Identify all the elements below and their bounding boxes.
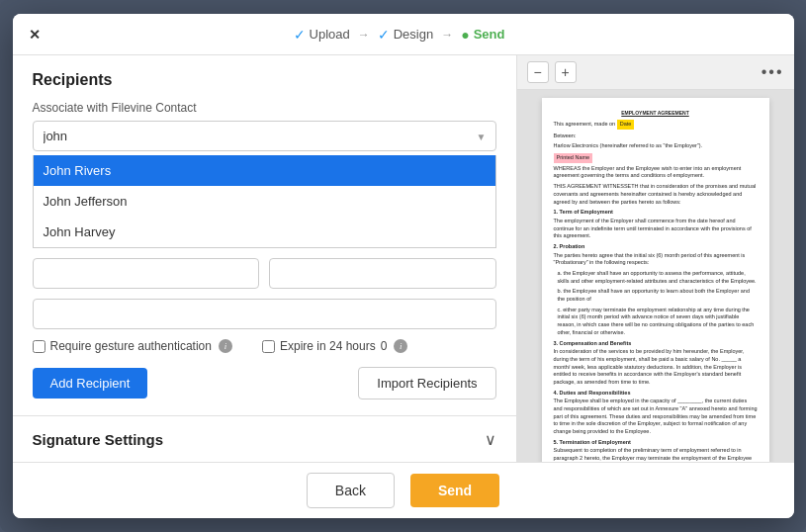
last-name-field[interactable] xyxy=(269,258,496,289)
step-design: ✓ Design xyxy=(378,27,433,43)
zoom-in-button[interactable]: + xyxy=(555,61,577,83)
add-recipient-button[interactable]: Add Recipient xyxy=(33,368,148,399)
doc-section4-text: The Employee shall be employed in the ca… xyxy=(554,398,758,435)
dropdown-list: John Rivers John Jefferson John Harvey xyxy=(33,155,496,248)
modal: ✕ ✓ Upload → ✓ Design → ● Send xyxy=(13,14,794,518)
dropdown-arrow-icon: ▼ xyxy=(477,131,487,141)
modal-body: Recipients Associate with Filevine Conta… xyxy=(13,55,794,462)
arrow-2: → xyxy=(441,28,453,42)
doc-printed-name-field: Printed Name xyxy=(554,153,593,163)
modal-container: ✕ ✓ Upload → ✓ Design → ● Send xyxy=(0,0,806,532)
doc-bullet-a: a. the Employer shall have an opportunit… xyxy=(558,270,758,285)
doc-whereas: WHEREAS the Employer and the Employee wi… xyxy=(554,165,758,180)
search-container: ▼ xyxy=(33,121,496,151)
step-upload-label: Upload xyxy=(310,27,350,42)
first-name-field[interactable] xyxy=(33,258,260,289)
doc-section5-text: Subsequent to completion of the prelimin… xyxy=(554,447,758,462)
doc-more-button[interactable]: ••• xyxy=(761,63,784,81)
gesture-auth-checkbox[interactable] xyxy=(33,340,45,353)
doc-page: EMPLOYMENT AGREEMENT This agreement, mad… xyxy=(542,98,769,462)
expire-checkbox[interactable] xyxy=(262,340,275,353)
doc-section2-title: 2. Probation xyxy=(554,243,758,251)
dropdown-item-john-rivers[interactable]: John Rivers xyxy=(34,155,495,186)
expire-count: 0 xyxy=(381,339,388,353)
gesture-info-icon[interactable]: i xyxy=(219,339,232,353)
doc-section5-title: 5. Termination of Employment xyxy=(554,439,758,447)
expire-checkbox-label[interactable]: Expire in 24 hours 0 i xyxy=(262,339,407,353)
import-recipients-button[interactable]: Import Recipients xyxy=(358,367,495,399)
doc-section3-text: In consideration of the services to be p… xyxy=(554,348,758,386)
doc-employer-line: Harlow Electronics (hereinafter referred… xyxy=(554,142,758,150)
doc-intro: This agreement, made on Date xyxy=(554,120,758,130)
doc-date-field: Date xyxy=(617,120,635,130)
checkboxes-row: Require gesture authentication i Expire … xyxy=(33,339,496,353)
name-fields-row xyxy=(33,258,496,289)
gesture-auth-checkbox-label[interactable]: Require gesture authentication i xyxy=(33,339,232,353)
doc-bullet-b: b. the Employee shall have an opportunit… xyxy=(558,288,758,303)
dropdown-item-john-jefferson[interactable]: John Jefferson xyxy=(34,186,495,217)
close-button[interactable]: ✕ xyxy=(29,27,41,43)
email-row xyxy=(33,299,496,329)
email-field[interactable] xyxy=(33,299,496,329)
doc-bullet-c: c. either party may terminate the employ… xyxy=(558,307,758,337)
doc-section3-title: 3. Compensation and Benefits xyxy=(554,340,758,348)
expire-label-text: Expire in 24 hours xyxy=(280,339,376,353)
doc-between: Between: xyxy=(554,133,758,140)
signature-settings-section[interactable]: Signature Settings ∨ xyxy=(13,415,516,462)
dropdown-item-john-harvey[interactable]: John Harvey xyxy=(34,217,495,247)
doc-section2-text: The parties hereto agree that the initia… xyxy=(554,252,758,267)
associate-label: Associate with Filevine Contact xyxy=(33,101,496,115)
modal-header: ✕ ✓ Upload → ✓ Design → ● Send xyxy=(13,14,794,55)
doc-section1-text: The employment of the Employer shall com… xyxy=(554,218,758,240)
left-panel: Recipients Associate with Filevine Conta… xyxy=(13,55,517,462)
search-input[interactable] xyxy=(33,121,496,151)
gesture-auth-label-text: Require gesture authentication xyxy=(50,339,212,353)
recipients-section: Recipients Associate with Filevine Conta… xyxy=(13,55,516,415)
send-button[interactable]: Send xyxy=(410,474,499,507)
doc-title: EMPLOYMENT AGREEMENT xyxy=(554,110,758,117)
step-upload: ✓ Upload xyxy=(294,27,350,43)
buttons-row: Add Recipient Import Recipients xyxy=(33,367,496,399)
doc-zoom-controls: − + xyxy=(527,61,577,83)
step-send: ● Send xyxy=(461,27,504,43)
doc-witnesseth: THIS AGREEMENT WITNESSETH that in consid… xyxy=(554,183,758,206)
send-active-icon: ● xyxy=(461,27,469,43)
upload-check-icon: ✓ xyxy=(294,27,306,43)
design-check-icon: ✓ xyxy=(378,27,390,43)
recipients-title: Recipients xyxy=(33,71,496,89)
doc-made-on: This agreement, made on xyxy=(554,121,616,127)
expire-info-icon[interactable]: i xyxy=(394,339,407,353)
doc-section1-title: 1. Term of Employment xyxy=(554,209,758,217)
step-send-label: Send xyxy=(474,27,505,42)
modal-footer: Back Send xyxy=(13,462,794,518)
doc-preview: EMPLOYMENT AGREEMENT This agreement, mad… xyxy=(517,90,794,462)
arrow-1: → xyxy=(358,28,370,42)
back-button[interactable]: Back xyxy=(307,473,395,508)
step-design-label: Design xyxy=(394,27,433,42)
doc-section4-title: 4. Duties and Responsibilities xyxy=(554,390,758,398)
signature-chevron-icon: ∨ xyxy=(485,430,496,449)
steps-indicator: ✓ Upload → ✓ Design → ● Send xyxy=(41,27,759,43)
signature-settings-title: Signature Settings xyxy=(33,431,164,448)
doc-toolbar: − + ••• xyxy=(517,55,794,90)
right-panel: − + ••• EMPLOYMENT AGREEMENT This agreem… xyxy=(517,55,794,462)
zoom-out-button[interactable]: − xyxy=(527,61,549,83)
doc-printed-name-row: Printed Name xyxy=(554,153,758,163)
